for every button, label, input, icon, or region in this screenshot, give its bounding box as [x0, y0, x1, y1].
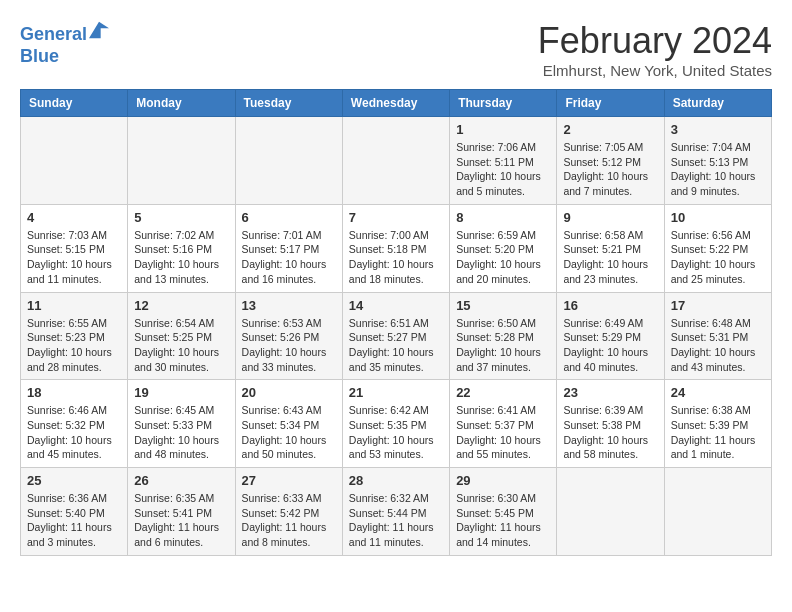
weekday-header-cell: Saturday: [664, 90, 771, 117]
day-info: Sunrise: 6:32 AMSunset: 5:44 PMDaylight:…: [349, 491, 443, 550]
calendar-cell: 23Sunrise: 6:39 AMSunset: 5:38 PMDayligh…: [557, 380, 664, 468]
day-info: Sunrise: 6:43 AMSunset: 5:34 PMDaylight:…: [242, 403, 336, 462]
calendar-cell: [21, 117, 128, 205]
day-number: 15: [456, 298, 550, 313]
logo-blue-text: Blue: [20, 46, 59, 66]
day-info: Sunrise: 7:03 AMSunset: 5:15 PMDaylight:…: [27, 228, 121, 287]
calendar-cell: 18Sunrise: 6:46 AMSunset: 5:32 PMDayligh…: [21, 380, 128, 468]
day-number: 13: [242, 298, 336, 313]
day-number: 19: [134, 385, 228, 400]
calendar-cell: 3Sunrise: 7:04 AMSunset: 5:13 PMDaylight…: [664, 117, 771, 205]
logo-blue: Blue: [20, 46, 109, 68]
title-block: February 2024 Elmhurst, New York, United…: [538, 20, 772, 79]
calendar-body: 1Sunrise: 7:06 AMSunset: 5:11 PMDaylight…: [21, 117, 772, 556]
day-number: 29: [456, 473, 550, 488]
day-number: 4: [27, 210, 121, 225]
calendar-cell: 19Sunrise: 6:45 AMSunset: 5:33 PMDayligh…: [128, 380, 235, 468]
calendar-cell: 5Sunrise: 7:02 AMSunset: 5:16 PMDaylight…: [128, 204, 235, 292]
day-number: 21: [349, 385, 443, 400]
calendar-cell: [235, 117, 342, 205]
weekday-header-row: SundayMondayTuesdayWednesdayThursdayFrid…: [21, 90, 772, 117]
day-number: 6: [242, 210, 336, 225]
calendar-week-row: 25Sunrise: 6:36 AMSunset: 5:40 PMDayligh…: [21, 468, 772, 556]
calendar-cell: 6Sunrise: 7:01 AMSunset: 5:17 PMDaylight…: [235, 204, 342, 292]
day-number: 22: [456, 385, 550, 400]
day-number: 14: [349, 298, 443, 313]
calendar-cell: 16Sunrise: 6:49 AMSunset: 5:29 PMDayligh…: [557, 292, 664, 380]
day-number: 5: [134, 210, 228, 225]
day-info: Sunrise: 7:02 AMSunset: 5:16 PMDaylight:…: [134, 228, 228, 287]
day-info: Sunrise: 6:46 AMSunset: 5:32 PMDaylight:…: [27, 403, 121, 462]
day-info: Sunrise: 6:56 AMSunset: 5:22 PMDaylight:…: [671, 228, 765, 287]
day-number: 26: [134, 473, 228, 488]
day-info: Sunrise: 6:38 AMSunset: 5:39 PMDaylight:…: [671, 403, 765, 462]
calendar-cell: 7Sunrise: 7:00 AMSunset: 5:18 PMDaylight…: [342, 204, 449, 292]
day-info: Sunrise: 6:36 AMSunset: 5:40 PMDaylight:…: [27, 491, 121, 550]
day-info: Sunrise: 6:49 AMSunset: 5:29 PMDaylight:…: [563, 316, 657, 375]
page-header: General Blue February 2024 Elmhurst, New…: [20, 20, 772, 79]
calendar-cell: [557, 468, 664, 556]
weekday-header-cell: Friday: [557, 90, 664, 117]
day-number: 11: [27, 298, 121, 313]
day-info: Sunrise: 7:05 AMSunset: 5:12 PMDaylight:…: [563, 140, 657, 199]
calendar-cell: [342, 117, 449, 205]
calendar-week-row: 4Sunrise: 7:03 AMSunset: 5:15 PMDaylight…: [21, 204, 772, 292]
logo: General Blue: [20, 20, 109, 67]
calendar-cell: 26Sunrise: 6:35 AMSunset: 5:41 PMDayligh…: [128, 468, 235, 556]
day-info: Sunrise: 7:04 AMSunset: 5:13 PMDaylight:…: [671, 140, 765, 199]
day-number: 9: [563, 210, 657, 225]
day-info: Sunrise: 6:30 AMSunset: 5:45 PMDaylight:…: [456, 491, 550, 550]
day-number: 18: [27, 385, 121, 400]
day-info: Sunrise: 6:54 AMSunset: 5:25 PMDaylight:…: [134, 316, 228, 375]
day-number: 12: [134, 298, 228, 313]
day-number: 23: [563, 385, 657, 400]
day-info: Sunrise: 6:53 AMSunset: 5:26 PMDaylight:…: [242, 316, 336, 375]
calendar-cell: 22Sunrise: 6:41 AMSunset: 5:37 PMDayligh…: [450, 380, 557, 468]
day-info: Sunrise: 6:51 AMSunset: 5:27 PMDaylight:…: [349, 316, 443, 375]
day-number: 17: [671, 298, 765, 313]
logo-bird-icon: [89, 20, 109, 40]
day-info: Sunrise: 6:45 AMSunset: 5:33 PMDaylight:…: [134, 403, 228, 462]
day-number: 2: [563, 122, 657, 137]
day-info: Sunrise: 6:48 AMSunset: 5:31 PMDaylight:…: [671, 316, 765, 375]
day-number: 10: [671, 210, 765, 225]
day-info: Sunrise: 6:55 AMSunset: 5:23 PMDaylight:…: [27, 316, 121, 375]
main-title: February 2024: [538, 20, 772, 62]
calendar-cell: 10Sunrise: 6:56 AMSunset: 5:22 PMDayligh…: [664, 204, 771, 292]
svg-marker-0: [89, 22, 109, 39]
calendar-week-row: 11Sunrise: 6:55 AMSunset: 5:23 PMDayligh…: [21, 292, 772, 380]
weekday-header-cell: Sunday: [21, 90, 128, 117]
calendar-cell: 29Sunrise: 6:30 AMSunset: 5:45 PMDayligh…: [450, 468, 557, 556]
day-info: Sunrise: 6:39 AMSunset: 5:38 PMDaylight:…: [563, 403, 657, 462]
day-number: 25: [27, 473, 121, 488]
calendar-cell: 9Sunrise: 6:58 AMSunset: 5:21 PMDaylight…: [557, 204, 664, 292]
day-info: Sunrise: 6:42 AMSunset: 5:35 PMDaylight:…: [349, 403, 443, 462]
calendar-cell: 14Sunrise: 6:51 AMSunset: 5:27 PMDayligh…: [342, 292, 449, 380]
day-number: 8: [456, 210, 550, 225]
day-number: 20: [242, 385, 336, 400]
calendar-cell: 17Sunrise: 6:48 AMSunset: 5:31 PMDayligh…: [664, 292, 771, 380]
calendar-cell: [128, 117, 235, 205]
day-info: Sunrise: 6:35 AMSunset: 5:41 PMDaylight:…: [134, 491, 228, 550]
calendar-cell: 11Sunrise: 6:55 AMSunset: 5:23 PMDayligh…: [21, 292, 128, 380]
calendar-cell: 15Sunrise: 6:50 AMSunset: 5:28 PMDayligh…: [450, 292, 557, 380]
day-info: Sunrise: 6:41 AMSunset: 5:37 PMDaylight:…: [456, 403, 550, 462]
day-number: 24: [671, 385, 765, 400]
day-number: 16: [563, 298, 657, 313]
day-number: 1: [456, 122, 550, 137]
calendar-cell: 21Sunrise: 6:42 AMSunset: 5:35 PMDayligh…: [342, 380, 449, 468]
weekday-header-cell: Monday: [128, 90, 235, 117]
calendar-cell: 20Sunrise: 6:43 AMSunset: 5:34 PMDayligh…: [235, 380, 342, 468]
day-number: 3: [671, 122, 765, 137]
calendar-cell: 12Sunrise: 6:54 AMSunset: 5:25 PMDayligh…: [128, 292, 235, 380]
calendar-week-row: 1Sunrise: 7:06 AMSunset: 5:11 PMDaylight…: [21, 117, 772, 205]
day-info: Sunrise: 7:06 AMSunset: 5:11 PMDaylight:…: [456, 140, 550, 199]
calendar-cell: 24Sunrise: 6:38 AMSunset: 5:39 PMDayligh…: [664, 380, 771, 468]
day-number: 7: [349, 210, 443, 225]
weekday-header-cell: Wednesday: [342, 90, 449, 117]
calendar-cell: 25Sunrise: 6:36 AMSunset: 5:40 PMDayligh…: [21, 468, 128, 556]
day-info: Sunrise: 6:58 AMSunset: 5:21 PMDaylight:…: [563, 228, 657, 287]
day-info: Sunrise: 7:01 AMSunset: 5:17 PMDaylight:…: [242, 228, 336, 287]
calendar-cell: 8Sunrise: 6:59 AMSunset: 5:20 PMDaylight…: [450, 204, 557, 292]
calendar-cell: 4Sunrise: 7:03 AMSunset: 5:15 PMDaylight…: [21, 204, 128, 292]
